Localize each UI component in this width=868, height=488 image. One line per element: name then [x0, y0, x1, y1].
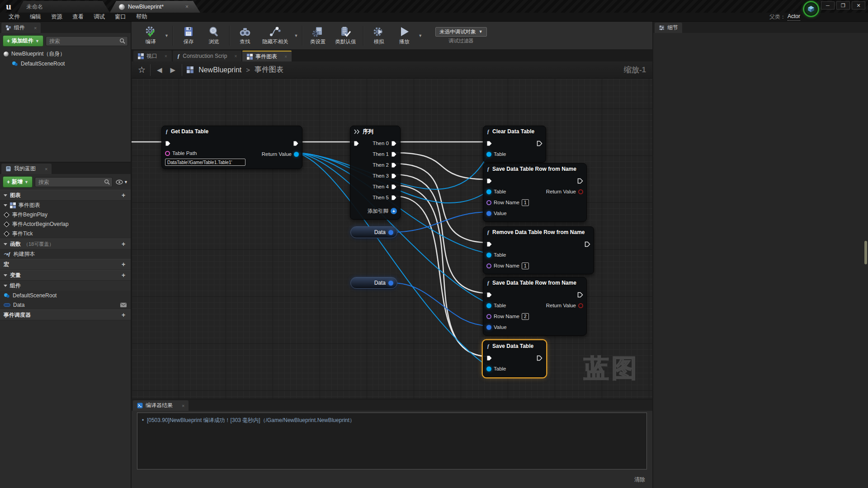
exec-pin[interactable]: [537, 355, 542, 361]
add-component-button[interactable]: + 添加组件 ▼: [3, 35, 43, 47]
close-tab-icon[interactable]: ×: [34, 25, 37, 31]
node-clear-data-table[interactable]: ƒClear Data TableTable: [483, 126, 546, 163]
add-dispatcher-button[interactable]: +: [120, 311, 127, 319]
node-header[interactable]: 序列: [350, 126, 400, 137]
play-button[interactable]: 播放: [392, 24, 417, 47]
parent-class-link[interactable]: Actor: [788, 13, 800, 21]
debug-object-dropdown[interactable]: 未选中调试对象 ▼: [435, 27, 486, 37]
exec-pin[interactable]: [165, 141, 171, 146]
back-arrow-icon[interactable]: ◀: [155, 66, 164, 74]
exec-pin[interactable]: [486, 292, 492, 298]
node-get-data-table[interactable]: ƒGet Data Table Table Path Return Value: [161, 126, 302, 169]
node-header[interactable]: ƒSave Data Table Row from Name: [483, 277, 586, 288]
item-variable-data[interactable]: Data: [0, 300, 131, 310]
tab-my-blueprint[interactable]: 我的蓝图 ×: [1, 164, 52, 174]
compiler-log[interactable]: • [0503.90]NewBlueprint 编译成功！[303 毫秒内]（/…: [137, 413, 647, 469]
pin-object[interactable]: [294, 152, 299, 157]
close-tab-icon[interactable]: ×: [45, 166, 47, 172]
chevron-down-icon[interactable]: ▼: [292, 33, 299, 38]
add-variable-button[interactable]: +: [120, 272, 127, 279]
node-save-row-2[interactable]: ƒSave Data Table Row from NameTableRetur…: [483, 277, 587, 336]
exec-pin[interactable]: [391, 184, 397, 190]
node-header[interactable]: ƒClear Data Table: [483, 126, 546, 137]
scrollbar-thumb[interactable]: [864, 241, 867, 264]
wire-then4-to-savedt[interactable]: [394, 185, 489, 357]
pin-value[interactable]: [486, 211, 491, 216]
item-event-beginplay[interactable]: 事件BeginPlay: [0, 210, 131, 220]
pin-object[interactable]: [486, 253, 491, 258]
pin-object[interactable]: [486, 366, 491, 371]
hide-unrelated-button[interactable]: 隐藏不相关: [258, 24, 293, 47]
subsection-components[interactable]: 组件: [0, 281, 131, 291]
node-header[interactable]: ƒSave Data Table Row from Name: [483, 164, 586, 174]
add-macro-button[interactable]: +: [120, 261, 127, 268]
node-header[interactable]: ƒSave Data Table: [483, 341, 546, 352]
pin-object[interactable]: [486, 303, 491, 308]
components-search-input[interactable]: [46, 36, 128, 46]
save-button[interactable]: 保存: [176, 24, 201, 47]
chevron-down-icon[interactable]: ▼: [163, 33, 170, 38]
exec-pin[interactable]: [391, 162, 397, 168]
row-name-input[interactable]: 1: [522, 263, 529, 269]
simulate-button[interactable]: 模拟: [366, 24, 392, 47]
exec-pin[interactable]: [585, 241, 590, 247]
node-header[interactable]: ƒRemove Data Table Row from Name: [483, 227, 594, 238]
section-macros[interactable]: 宏 +: [0, 259, 131, 270]
section-functions[interactable]: 函数 （18可覆盖） +: [0, 239, 131, 249]
node-data-2[interactable]: Data: [350, 277, 397, 289]
tab-components[interactable]: 组件 ×: [1, 23, 41, 33]
launcher-status-icon[interactable]: [803, 1, 819, 17]
component-row-scene-root[interactable]: DefaultSceneRoot: [0, 59, 131, 69]
doc-tab-level[interactable]: 未命名: [17, 1, 110, 13]
pin-object[interactable]: [486, 152, 491, 157]
exec-pin[interactable]: [293, 141, 299, 146]
tab-event-graph[interactable]: 事件图表 ×: [242, 51, 292, 61]
menu-edit[interactable]: 编辑: [25, 13, 46, 21]
clear-log-button[interactable]: 清除: [634, 476, 645, 483]
node-header[interactable]: ƒGet Data Table: [162, 126, 302, 137]
forward-arrow-icon[interactable]: ▶: [169, 66, 178, 74]
tab-details[interactable]: 细节: [655, 23, 682, 33]
row-name-input[interactable]: 2: [522, 313, 529, 320]
item-event-tick[interactable]: 事件Tick: [0, 229, 131, 239]
add-function-button[interactable]: +: [120, 240, 127, 248]
exec-pin[interactable]: [486, 141, 492, 146]
close-tab-icon[interactable]: ×: [182, 403, 184, 408]
section-graphs[interactable]: 图表 +: [0, 190, 131, 201]
close-tab-icon[interactable]: ×: [284, 54, 287, 59]
add-graph-button[interactable]: +: [120, 192, 127, 199]
exec-pin[interactable]: [391, 195, 397, 201]
close-tab-icon[interactable]: ×: [165, 54, 167, 59]
node-data-1[interactable]: Data: [350, 226, 397, 238]
add-pin-button[interactable]: +: [391, 208, 397, 214]
view-options-button[interactable]: ▼: [116, 179, 128, 185]
item-event-actorbeginoverlap[interactable]: 事件ActorBeginOverlap: [0, 220, 131, 229]
pin-name[interactable]: [486, 314, 491, 319]
exec-pin[interactable]: [391, 151, 397, 157]
exec-pin[interactable]: [391, 141, 397, 146]
exec-pin[interactable]: [537, 141, 542, 146]
event-graph-canvas[interactable]: ☆ ◀ ▶ NewBlueprint > 事件图表 缩放-1 ƒGet Data…: [132, 61, 652, 399]
exec-pin[interactable]: [486, 241, 492, 247]
menu-file[interactable]: 文件: [4, 13, 25, 21]
pin-name[interactable]: [486, 200, 491, 205]
item-event-graph[interactable]: 事件图表: [0, 201, 131, 210]
browse-button[interactable]: 浏览: [201, 24, 226, 47]
exec-pin[interactable]: [354, 141, 359, 146]
menu-view[interactable]: 查看: [67, 13, 89, 21]
exec-pin[interactable]: [486, 178, 492, 184]
close-button[interactable]: ✕: [852, 1, 865, 9]
find-button[interactable]: 查找: [232, 24, 258, 47]
pin-path[interactable]: [165, 151, 170, 156]
pin-value[interactable]: [388, 230, 393, 235]
pin-bool[interactable]: [578, 189, 583, 194]
component-row-root[interactable]: NewBlueprint（自身）: [0, 49, 131, 59]
class-settings-button[interactable]: 类设置: [305, 24, 330, 47]
section-event-dispatchers[interactable]: 事件调度器 +: [0, 310, 131, 320]
exec-pin[interactable]: [577, 178, 583, 184]
item-construction-script[interactable]: ⤳ƒ 构建脚本: [0, 249, 131, 259]
chevron-down-icon[interactable]: ▼: [417, 33, 424, 38]
pin-object[interactable]: [486, 189, 491, 194]
pin-name[interactable]: [486, 263, 491, 268]
exec-pin[interactable]: [391, 173, 397, 179]
